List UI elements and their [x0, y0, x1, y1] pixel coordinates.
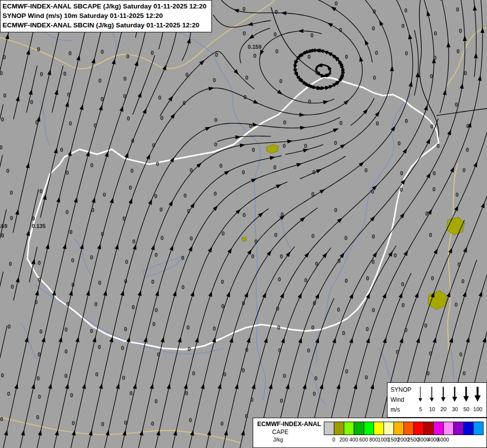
cape-patches-layer [242, 144, 465, 310]
wind-speed-label: 50 [461, 406, 472, 412]
cape-colorbar-cell [424, 422, 434, 435]
wind-speed-labels: 510203050100 [415, 406, 485, 412]
cape-colorbar-cell [404, 422, 414, 435]
wind-speed-label: 100 [472, 406, 484, 412]
cape-colorbar-cell [334, 422, 344, 435]
cape-colorbar-cell [414, 422, 424, 435]
wind-legend-unit: m/s [390, 405, 415, 415]
cape-colorbar-cell [324, 422, 334, 435]
wind-legend-title: SYNOP [390, 385, 415, 395]
cape-tick-label: 200 [339, 437, 348, 443]
cape-colorbar-cell [344, 422, 354, 435]
weather-map: 0000000000000000000000000000000000000000… [0, 0, 487, 448]
wind-arrow-icon [463, 396, 469, 402]
cape-colorbar-cell [474, 422, 483, 435]
cape-colorbar-cell [354, 422, 364, 435]
cape-tick-label: 400 [349, 437, 358, 443]
cape-legend-subtitle: CAPE [272, 428, 321, 436]
station-value-special: 0.159 [248, 44, 262, 50]
country-borders-layer [271, 0, 487, 142]
station-value-special: 0.169 [0, 223, 7, 229]
cape-colorbar-cell [454, 422, 464, 435]
cape-colorbar-cell [374, 422, 384, 435]
wind-speed-label: 5 [415, 406, 426, 412]
wind-arrow-icon [418, 398, 422, 402]
wind-arrow-icon [441, 397, 446, 402]
cape-tick-label: 600 [359, 437, 368, 443]
station-value-special: 0.135 [32, 223, 46, 229]
wind-speed-label: 30 [449, 406, 461, 412]
wind-arrowheads-layer [0, 0, 487, 436]
wind-speed-label: 20 [438, 406, 449, 412]
rivers-layer [21, 14, 457, 404]
cape-tick-label: 0 [332, 437, 335, 443]
title-line-sbcin: ECMWF-INDEX-ANAL SBCIN (J/kg) Saturday 0… [2, 20, 206, 30]
wind-speed-label: 10 [426, 406, 438, 412]
cape-tick-label: 6000 [437, 437, 449, 443]
cape-colorbar-cell [364, 422, 374, 435]
wind-legend-panel: SYNOP Wind m/s 510203050100 [387, 382, 487, 418]
cape-tick-label: 800 [369, 437, 378, 443]
cape-colorbar-cell [434, 422, 444, 435]
cape-colorbar-cell [464, 422, 474, 435]
cape-colorbar-cell [384, 422, 394, 435]
map-title-panel: ECMWF-INDEX-ANAL SBCAPE (J/kg) Saturday … [0, 0, 212, 32]
cape-legend-title: ECMWF-INDEX-ANAL [257, 420, 321, 428]
hungary-border-layer [27, 77, 439, 349]
neighbor-borders-layer [0, 0, 487, 448]
cape-legend-panel: ECMWF-INDEX-ANAL CAPE J/kg 0200400600800… [253, 418, 487, 448]
wind-arrow-icon [430, 398, 434, 402]
title-line-wind: SYNOP Wind (m/s) 10m Saturday 01-11-2025… [2, 11, 206, 20]
wind-arrow-icon [475, 395, 481, 402]
wind-arrow-icon [452, 397, 457, 402]
cape-colorbar [324, 422, 484, 435]
title-line-sbcape: ECMWF-INDEX-ANAL SBCAPE (J/kg) Saturday … [2, 1, 206, 11]
wind-legend-subtitle: Wind [390, 395, 415, 405]
wind-arrow-icons [415, 385, 485, 404]
map-canvas [0, 0, 487, 448]
cape-legend-unit: J/kg [273, 436, 321, 444]
cape-colorbar-cell [394, 422, 404, 435]
cape-colorbar-cell [444, 422, 454, 435]
